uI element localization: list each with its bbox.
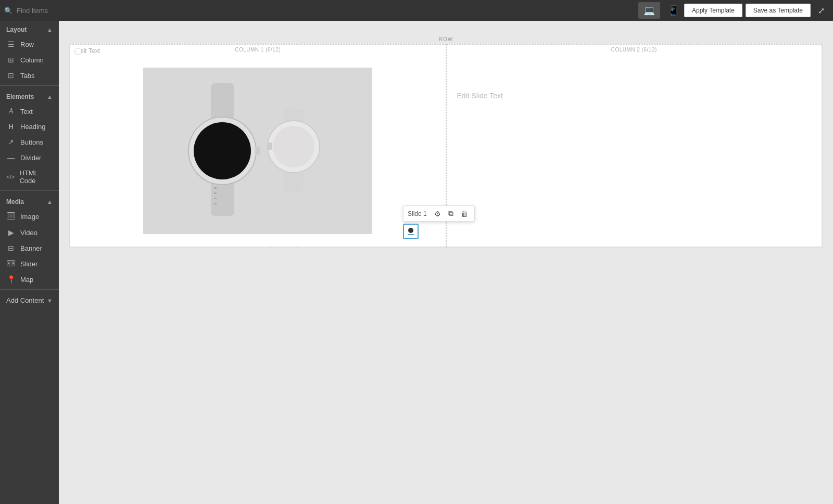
sidebar-item-html-code-label: HTML Code <box>19 169 53 185</box>
elements-section-header[interactable]: Elements ▲ <box>0 88 59 104</box>
sidebar-item-image[interactable]: Image <box>0 209 59 225</box>
sidebar: Layout ▲ ☰ Row ⊞ Column ⊡ Tabs Elements … <box>0 21 59 504</box>
image-icon <box>6 212 16 221</box>
elements-section-label: Elements <box>6 93 34 100</box>
svg-rect-20 <box>267 143 272 150</box>
sidebar-item-map[interactable]: 📍 Map <box>0 272 59 287</box>
watch-image-area <box>143 68 372 234</box>
sidebar-item-html-code[interactable]: </> HTML Code <box>0 165 59 188</box>
sidebar-item-text[interactable]: A Text <box>0 104 59 119</box>
search-icon: 🔍 <box>4 7 12 15</box>
svg-rect-15 <box>255 147 260 155</box>
slide-dot-line <box>408 234 414 235</box>
column-2[interactable]: COLUMN 2 (6/12) Edit Slide Text <box>446 44 823 247</box>
sidebar-item-column-label: Column <box>20 56 44 64</box>
svg-rect-9 <box>214 187 217 189</box>
sidebar-divider-2 <box>0 190 59 191</box>
tabs-icon: ⊡ <box>6 71 16 80</box>
slider-icon <box>6 260 16 268</box>
add-content-row[interactable]: Add Content ▼ <box>0 292 59 309</box>
svg-point-14 <box>194 122 251 179</box>
map-icon: 📍 <box>6 275 16 283</box>
watch-illustration <box>143 68 372 234</box>
slide-dot-indicator <box>408 228 413 233</box>
sidebar-item-slider[interactable]: Slider <box>0 256 59 272</box>
canvas[interactable]: ROW Edit Text COLUMN 1 (6/12) <box>59 21 833 504</box>
row-icon: ☰ <box>6 40 16 48</box>
column-2-label: COLUMN 2 (6/12) <box>611 47 657 53</box>
add-content-label: Add Content <box>6 296 44 304</box>
row-container: ROW Edit Text COLUMN 1 (6/12) <box>69 44 823 248</box>
layout-section-header[interactable]: Layout ▲ <box>0 21 59 36</box>
sidebar-item-video-label: Video <box>20 229 37 237</box>
slide-toolbar: Slide 1 ⚙ ⧉ 🗑 <box>403 205 475 222</box>
mobile-device-btn[interactable]: 📱 <box>662 2 684 19</box>
video-icon: ▶ <box>6 228 16 237</box>
save-as-template-button[interactable]: Save as Template <box>746 4 811 17</box>
slide-dot-area <box>403 224 419 239</box>
sidebar-item-buttons[interactable]: ↗ Buttons <box>0 134 59 150</box>
slide-dot-button[interactable] <box>403 224 419 239</box>
buttons-icon: ↗ <box>6 138 16 146</box>
sidebar-divider-1 <box>0 85 59 86</box>
sidebar-item-banner-label: Banner <box>20 244 42 252</box>
sidebar-item-divider-label: Divider <box>20 154 41 162</box>
column-icon: ⊞ <box>6 56 16 64</box>
sidebar-item-tabs[interactable]: ⊡ Tabs <box>0 68 59 83</box>
html-code-icon: </> <box>6 174 15 180</box>
add-content-chevron-icon: ▼ <box>47 298 53 304</box>
sidebar-item-tabs-label: Tabs <box>20 72 34 80</box>
sidebar-item-row-label: Row <box>20 41 34 48</box>
sidebar-item-row[interactable]: ☰ Row <box>0 36 59 52</box>
search-input[interactable] <box>17 7 100 15</box>
svg-point-19 <box>273 126 314 167</box>
sidebar-divider-3 <box>0 289 59 290</box>
sidebar-item-text-label: Text <box>20 108 33 115</box>
layout-section-label: Layout <box>6 26 27 33</box>
column-1-label: COLUMN 1 (6/12) <box>235 47 281 53</box>
slide-copy-button[interactable]: ⧉ <box>446 208 456 219</box>
svg-rect-10 <box>214 192 217 194</box>
divider-icon: — <box>6 153 16 162</box>
column-1-radio[interactable] <box>74 48 82 55</box>
main-layout: Layout ▲ ☰ Row ⊞ Column ⊡ Tabs Elements … <box>0 21 833 504</box>
desktop-device-btn[interactable]: 💻 <box>638 2 660 19</box>
sidebar-item-column[interactable]: ⊞ Column <box>0 52 59 68</box>
sidebar-item-heading-label: Heading <box>20 123 45 131</box>
slide-settings-button[interactable]: ⚙ <box>432 209 443 219</box>
expand-button[interactable]: ⤢ <box>814 4 829 18</box>
sidebar-item-buttons-label: Buttons <box>20 138 43 146</box>
svg-rect-12 <box>214 203 217 204</box>
device-switcher: 💻 📱 <box>638 2 684 19</box>
topbar-right: Apply Template Save as Template ⤢ <box>684 4 829 18</box>
media-section-label: Media <box>6 198 24 205</box>
sidebar-item-divider[interactable]: — Divider <box>0 150 59 165</box>
svg-rect-1 <box>8 213 14 218</box>
sidebar-item-map-label: Map <box>20 276 33 283</box>
topbar: 🔍 💻 📱 Apply Template Save as Template ⤢ <box>0 0 833 21</box>
row-label: ROW <box>436 36 456 43</box>
topbar-left: 🔍 <box>4 7 638 15</box>
sidebar-item-slider-label: Slider <box>20 260 37 268</box>
col2-content: Edit Slide Text <box>447 45 822 247</box>
sidebar-item-banner[interactable]: ⊟ Banner <box>0 240 59 256</box>
media-section-header[interactable]: Media ▲ <box>0 193 59 209</box>
apply-template-button[interactable]: Apply Template <box>684 4 742 17</box>
elements-chevron-icon: ▲ <box>47 94 53 100</box>
slide-delete-button[interactable]: 🗑 <box>459 209 470 219</box>
slide-toolbar-label: Slide 1 <box>408 210 427 217</box>
edit-slide-text[interactable]: Edit Slide Text <box>457 92 503 100</box>
heading-icon: H <box>6 123 16 131</box>
sidebar-item-image-label: Image <box>20 213 39 221</box>
sidebar-item-heading[interactable]: H Heading <box>0 119 59 134</box>
text-icon: A <box>6 107 16 115</box>
svg-rect-11 <box>214 198 217 199</box>
column-1[interactable]: COLUMN 1 (6/12) <box>70 44 446 247</box>
banner-icon: ⊟ <box>6 244 16 252</box>
layout-chevron-icon: ▲ <box>47 27 53 33</box>
media-chevron-icon: ▲ <box>47 199 53 205</box>
sidebar-item-video[interactable]: ▶ Video <box>0 225 59 240</box>
